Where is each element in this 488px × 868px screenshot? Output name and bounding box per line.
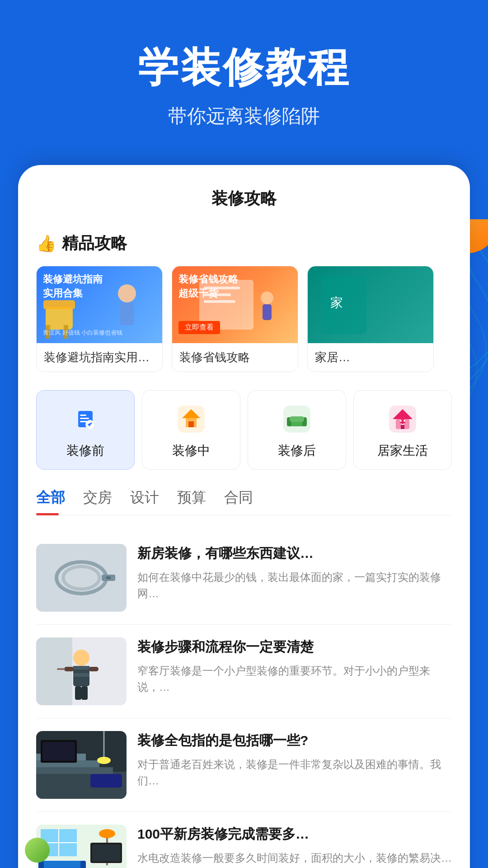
cable-thumbnail [36,544,127,612]
article-4-title: 100平新房装修完成需要多… [137,825,452,844]
featured-card-2[interactable]: 装修省钱攻略超级干货 立即查看 装修省钱攻略 [172,266,298,372]
article-2-title: 装修步骤和流程你一定要清楚 [137,637,452,656]
category-during-icon [175,403,207,435]
worker-thumbnail [36,637,127,705]
svg-rect-73 [80,861,86,868]
card1-badge: 青涩风 好值钱 小白装修也省钱 [43,329,122,337]
article-1-content: 新房装修，有哪些东西建议… 如何在装修中花最少的钱，装出最体面的家，一篇实打实的… [137,544,452,602]
tab-contract[interactable]: 合同 [224,488,253,515]
sofa-icon [283,406,310,433]
svg-rect-11 [263,304,272,320]
hero-title: 学装修教程 [27,45,461,90]
article-list: 新房装修，有哪些东西建议… 如何在装修中花最少的钱，装出最体面的家，一篇实打实的… [36,531,452,868]
category-home-icon [387,403,418,435]
svg-rect-48 [73,666,89,670]
article-2-thumbnail [36,637,127,705]
featured-card-2-image: 装修省钱攻略超级干货 立即查看 [172,266,298,343]
tab-all[interactable]: 全部 [36,488,65,515]
svg-rect-5 [120,302,134,325]
category-during-label: 装修中 [172,442,210,459]
card-title: 装修攻略 [36,188,452,210]
article-2-content: 装修步骤和流程你一定要清楚 窄客厅装修是一个小户型装修的重要环节。对于小小的户型… [137,637,452,695]
featured-card-3-image: 家 [308,266,434,343]
category-after-label: 装修后 [278,442,316,459]
svg-rect-64 [42,742,75,761]
article-4-excerpt: 水电改造装修一般要多久时间装好，面积的大小，装修的繁易决… [137,850,452,866]
svg-point-75 [99,829,115,838]
featured-card-1[interactable]: 装修避坑指南实用合集 青涩风 好值钱 小白装修也省钱 装修避坑指南实用… [36,266,163,372]
category-home-label: 居家生活 [377,442,428,459]
article-3-title: 装修全包指的是包括哪一些? [137,731,452,750]
card3-illustration: 家 [308,266,434,343]
card2-label: 装修省钱攻略 [172,343,298,372]
tab-budget[interactable]: 预算 [177,488,206,515]
svg-point-61 [97,757,111,764]
article-3-thumbnail [36,731,127,799]
article-4-thumbnail [36,825,127,868]
article-1-thumbnail [36,544,127,612]
category-before[interactable]: 装修前 [36,390,135,470]
svg-rect-1 [43,300,75,309]
svg-rect-50 [64,667,74,671]
svg-point-4 [118,284,136,302]
article-4-content: 100平新房装修完成需要多… 水电改造装修一般要多久时间装好，面积的大小，装修的… [137,825,452,866]
article-3-content: 装修全包指的是包括哪一些? 对于普通老百姓来说，装修是一件非常复杂以及困难的事情… [137,731,452,789]
svg-rect-54 [57,668,65,670]
svg-rect-16 [80,415,86,416]
card3-label: 家居… [308,343,433,372]
hero-subtitle: 带你远离装修陷阱 [27,104,461,129]
card2-img-text: 装修省钱攻略超级干货 [178,273,242,301]
tab-design[interactable]: 设计 [130,488,159,515]
svg-rect-12 [321,275,366,334]
svg-point-46 [73,650,89,666]
checklist-icon [72,406,99,433]
svg-rect-34 [401,425,404,429]
article-item-4[interactable]: 100平新房装修完成需要多… 水电改造装修一般要多久时间装好，面积的大小，装修的… [36,812,452,868]
thumbs-up-icon: 👍 [36,234,56,253]
article-1-title: 新房装修，有哪些东西建议… [137,544,452,563]
tab-handover[interactable]: 交房 [83,488,112,515]
svg-rect-53 [81,686,88,700]
category-after-icon [281,403,313,435]
category-grid: 装修前 装修中 [36,390,452,470]
article-item-1[interactable]: 新房装修，有哪些东西建议… 如何在装修中花最少的钱，装出最体面的家，一篇实打实的… [36,531,452,625]
svg-point-35 [400,420,402,422]
svg-rect-42 [106,576,111,579]
card2-btn[interactable]: 立即查看 [178,321,220,334]
category-after[interactable]: 装修后 [248,390,346,470]
featured-card-3[interactable]: 家 家居… [307,266,434,372]
svg-point-10 [261,292,273,304]
article-3-excerpt: 对于普通老百姓来说，装修是一件非常复杂以及困难的事情。我们… [137,756,452,789]
article-item-3[interactable]: 装修全包指的是包括哪一些? 对于普通老百姓来说，装修是一件非常复杂以及困难的事情… [36,718,452,812]
svg-rect-9 [204,300,235,303]
interior-thumbnail [36,731,127,799]
article-1-excerpt: 如何在装修中花最少的钱，装出最体面的家，一篇实打实的装修网… [137,569,452,602]
svg-rect-18 [80,421,87,422]
filter-tabs: 全部 交房 设计 预算 合同 [36,488,452,515]
svg-rect-57 [36,767,113,774]
featured-section-header: 👍 精品攻略 [36,232,452,255]
featured-section-title: 精品攻略 [62,232,127,255]
svg-rect-77 [92,844,120,861]
featured-cards-scroll[interactable]: 装修避坑指南实用合集 青涩风 好值钱 小白装修也省钱 装修避坑指南实用… 装修省… [36,266,452,372]
room-thumbnail [36,825,127,868]
svg-rect-17 [80,418,89,419]
article-item-2[interactable]: 装修步骤和流程你一定要清楚 窄客厅装修是一个小户型装修的重要环节。对于小小的户型… [36,625,452,718]
svg-rect-24 [188,421,194,427]
svg-rect-49 [73,673,89,677]
category-home[interactable]: 居家生活 [353,390,452,470]
svg-rect-52 [75,686,81,700]
category-before-label: 装修前 [66,442,104,459]
category-during[interactable]: 装修中 [142,390,240,470]
house-construction-icon [178,406,205,433]
featured-card-1-image: 装修避坑指南实用合集 青涩风 好值钱 小白装修也省钱 [37,266,163,343]
main-card: 装修攻略 👍 精品攻略 装修避坑指南实用合集 青涩风 好值钱 小白装 [18,165,470,868]
svg-rect-62 [90,774,122,788]
article-2-excerpt: 窄客厅装修是一个小户型装修的重要环节。对于小小的户型来说，… [137,663,452,695]
svg-point-36 [404,420,405,422]
card1-img-text: 装修避坑指南实用合集 [43,273,106,301]
svg-text:家: 家 [330,296,343,310]
category-before-icon [70,403,101,435]
svg-rect-29 [290,416,304,422]
home-life-icon [389,406,416,433]
